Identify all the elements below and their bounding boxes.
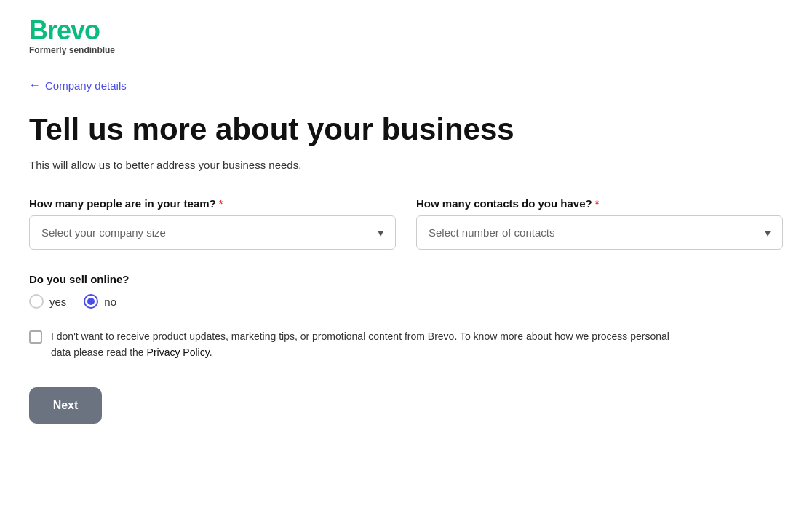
marketing-text: I don't want to receive product updates,… — [51, 329, 684, 360]
marketing-section: I don't want to receive product updates,… — [29, 329, 684, 360]
contacts-select[interactable]: Select number of contacts 0-500 500-1,00… — [416, 215, 783, 250]
sell-online-section: Do you sell online? yes no — [29, 273, 783, 309]
team-size-select[interactable]: Select your company size 1-5 6-20 21-50 … — [29, 215, 396, 250]
team-size-required: * — [219, 198, 223, 210]
next-button[interactable]: Next — [29, 387, 102, 424]
team-size-field-group: How many people are in your team? * Sele… — [29, 197, 396, 250]
privacy-policy-link[interactable]: Privacy Policy — [147, 346, 210, 358]
marketing-text-after: . — [210, 346, 212, 358]
page-title: Tell us more about your business — [29, 112, 783, 147]
sell-online-no-radio[interactable] — [84, 294, 98, 309]
page-container: Brevo Formerly sendinblue ← Company deta… — [0, 0, 812, 453]
sell-online-no-radio-inner — [87, 298, 95, 305]
marketing-text-before: I don't want to receive product updates,… — [51, 330, 669, 358]
contacts-required: * — [595, 198, 599, 210]
team-size-select-wrapper: Select your company size 1-5 6-20 21-50 … — [29, 215, 396, 250]
back-link-label: Company details — [45, 79, 127, 92]
back-link[interactable]: ← Company details — [29, 79, 127, 92]
contacts-select-wrapper: Select number of contacts 0-500 500-1,00… — [416, 215, 783, 250]
sell-online-yes-label: yes — [49, 296, 66, 308]
logo-subtitle: Formerly sendinblue — [29, 45, 783, 55]
sell-online-label: Do you sell online? — [29, 273, 783, 285]
logo-area: Brevo Formerly sendinblue — [29, 17, 783, 55]
back-arrow-icon: ← — [29, 79, 41, 92]
sell-online-radio-group: yes no — [29, 294, 783, 309]
team-size-label: How many people are in your team? * — [29, 197, 396, 210]
marketing-checkbox[interactable] — [29, 330, 42, 344]
contacts-field-group: How many contacts do you have? * Select … — [416, 197, 783, 250]
sell-online-no-label: no — [104, 296, 116, 308]
sub-description: This will allow us to better address you… — [29, 159, 783, 171]
sell-online-no-option[interactable]: no — [84, 294, 116, 309]
sell-online-yes-option[interactable]: yes — [29, 294, 66, 309]
brevo-logo: Brevo — [29, 17, 783, 44]
fields-row: How many people are in your team? * Sele… — [29, 197, 783, 250]
sell-online-yes-radio[interactable] — [29, 294, 44, 309]
contacts-label: How many contacts do you have? * — [416, 197, 783, 210]
